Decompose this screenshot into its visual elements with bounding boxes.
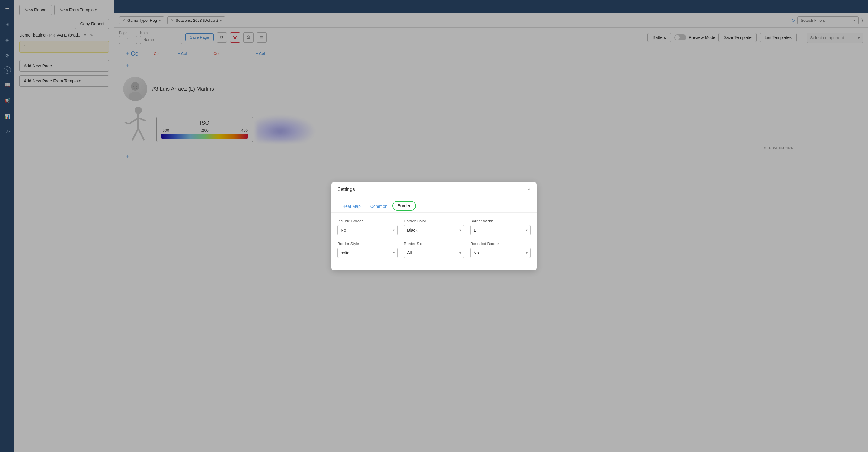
border-style-label: Border Style <box>337 242 398 246</box>
modal-body: Include Border No Yes ▾ Border Color Bla… <box>331 213 537 270</box>
border-color-select[interactable]: Black White Red Blue <box>404 225 464 235</box>
border-color-label: Border Color <box>404 219 464 223</box>
tab-common[interactable]: Common <box>366 201 392 213</box>
rounded-border-select-wrapper: No Yes ▾ <box>470 248 531 258</box>
settings-modal: Settings × Heat Map Common Border Includ… <box>331 182 537 270</box>
tab-heat-map[interactable]: Heat Map <box>337 201 366 213</box>
border-sides-group: Border Sides All Top Bottom Left Right ▾ <box>404 242 464 258</box>
include-border-select[interactable]: No Yes <box>337 225 398 235</box>
modal-close-button[interactable]: × <box>527 187 531 193</box>
border-width-group: Border Width 1 2 3 ▾ <box>470 219 531 235</box>
border-color-select-wrapper: Black White Red Blue ▾ <box>404 225 464 235</box>
include-border-select-wrapper: No Yes ▾ <box>337 225 398 235</box>
modal-title: Settings <box>337 187 355 192</box>
modal-overlay[interactable]: Settings × Heat Map Common Border Includ… <box>0 0 868 452</box>
rounded-border-group: Rounded Border No Yes ▾ <box>470 242 531 258</box>
include-border-group: Include Border No Yes ▾ <box>337 219 398 235</box>
rounded-border-label: Rounded Border <box>470 242 531 246</box>
border-width-select-wrapper: 1 2 3 ▾ <box>470 225 531 235</box>
border-style-group: Border Style solid dashed dotted ▾ <box>337 242 398 258</box>
rounded-border-select[interactable]: No Yes <box>470 248 531 258</box>
border-sides-select-wrapper: All Top Bottom Left Right ▾ <box>404 248 464 258</box>
border-sides-label: Border Sides <box>404 242 464 246</box>
modal-tabs: Heat Map Common Border <box>331 197 537 213</box>
border-width-select[interactable]: 1 2 3 <box>470 225 531 235</box>
border-width-label: Border Width <box>470 219 531 223</box>
border-sides-select[interactable]: All Top Bottom Left Right <box>404 248 464 258</box>
modal-header: Settings × <box>331 182 537 197</box>
include-border-label: Include Border <box>337 219 398 223</box>
border-color-group: Border Color Black White Red Blue ▾ <box>404 219 464 235</box>
form-row-2: Border Style solid dashed dotted ▾ Borde… <box>337 242 531 258</box>
form-row-1: Include Border No Yes ▾ Border Color Bla… <box>337 219 531 235</box>
border-style-select-wrapper: solid dashed dotted ▾ <box>337 248 398 258</box>
tab-border[interactable]: Border <box>392 201 416 210</box>
border-style-select[interactable]: solid dashed dotted <box>337 248 398 258</box>
